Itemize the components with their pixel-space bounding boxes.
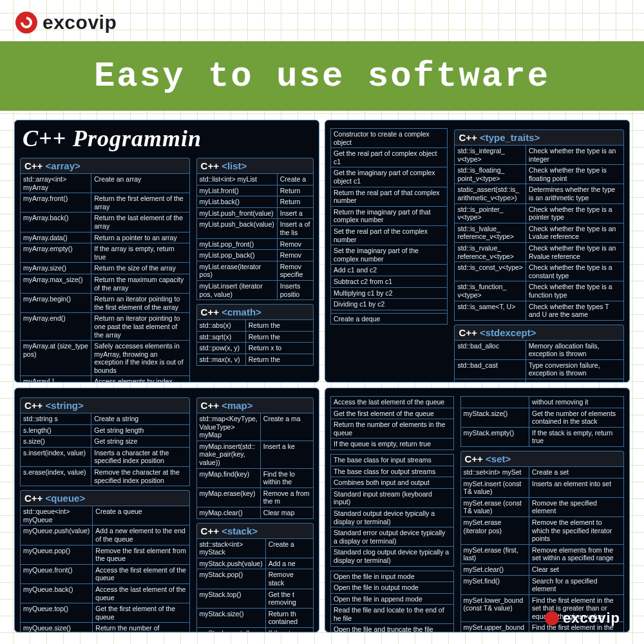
table-row: Create a deque: [331, 313, 448, 325]
section-header-stack: C++ <stack>: [196, 523, 314, 538]
table-row: Return the real part of that complex num…: [331, 187, 448, 206]
table-queue-ext: Access the last element of the queueGet …: [330, 396, 454, 450]
table-row: s.erase(index, value)Remove the characte…: [21, 466, 190, 486]
table-row: myStack.top()Get the t removing: [196, 589, 313, 608]
table-row: std::is_pointer_ v<type>Check whether th…: [455, 204, 624, 223]
table-row: myStack.empty()If the sta: [196, 627, 313, 632]
sheet-top-left: C++ Programmin C++ <array> std::array<in…: [14, 120, 319, 383]
table-row: std::array<int> myArrayCreate an array: [21, 174, 190, 193]
table-row: std::string sCreate a string: [21, 413, 190, 425]
table-map: std::map<KeyType, ValueType> myMapCreate…: [196, 413, 314, 519]
brand-name-footer: excovip: [563, 610, 620, 627]
table-row: std::max(x, v)Return the: [196, 354, 313, 365]
table-row: Set the imaginary part of the complex nu…: [331, 245, 448, 265]
table-stdexcept: std::bad_allocMemory allocation fails, e…: [454, 340, 624, 383]
table-row: myList.back()Return: [196, 196, 313, 208]
table-row: Standard error output device typically a…: [331, 527, 454, 547]
table-row: myQueue.size()Return the number of eleme…: [21, 623, 190, 632]
table-row: myMap.erase(key)Remove a from the m: [196, 488, 313, 507]
table-row: std::queue<int> myQueueCreate a queue: [21, 506, 190, 526]
table-row: Get the first element of the queue: [331, 408, 454, 419]
sheet-bottom-right: Access the last element of the queueGet …: [325, 388, 630, 632]
table-row: myList.pop_back()Remov: [196, 250, 313, 261]
table-row: myMap.clear()Clear map: [196, 507, 313, 518]
table-row: myStack.push(value)Add a ne: [196, 558, 313, 569]
table-row: Open the file in output mode: [331, 582, 454, 594]
table-row: std::is_lvalue_ reference_v<type>Check w…: [455, 223, 624, 242]
table-queue: std::queue<int> myQueueCreate a queuemyQ…: [20, 506, 190, 632]
table-row: myQueue.front()Access the first element …: [21, 564, 190, 583]
table-row: std::bad_typeidType identification error…: [455, 379, 624, 383]
table-row: myArray.front()Return the first element …: [21, 193, 190, 213]
table-row: Return the imaginary part of that comple…: [331, 206, 448, 225]
table-stack-ext: without removing itmyStack.size()Get the…: [460, 396, 624, 447]
table-row: Subtract c2 from c1: [331, 276, 448, 287]
sheet-title: C++ Programmin: [23, 127, 314, 150]
table-type-traits: std::is_integral_ v<type>Check whether t…: [454, 145, 624, 321]
table-row: std::set<int> mySetCreate a set: [460, 466, 623, 478]
brand-logo-footer: excovip: [545, 610, 620, 627]
table-row: Standard output device typically a displ…: [331, 507, 454, 527]
table-row: std::bad_allocMemory allocation fails, e…: [455, 340, 624, 359]
table-row: Standard clog output device typically a …: [331, 547, 454, 566]
table-row: std::list<int> myListCreate a: [196, 174, 313, 185]
sheet-bottom-left: C++ <string> std::string sCreate a strin…: [14, 388, 319, 632]
section-header-set: C++ <set>: [460, 451, 624, 466]
table-row: mySet.erase (const T& value)Romove the s…: [460, 497, 623, 516]
section-header-stdexcept: C++ <stdexcept>: [454, 325, 624, 340]
table-row: std::pow(x, y)Return x to: [196, 343, 313, 354]
table-row: myStack.size()Get the number of elements…: [460, 408, 623, 427]
table-array: std::array<int> myArrayCreate an arraymy…: [20, 173, 190, 383]
table-row: myStack.size()Return th contained: [196, 608, 313, 627]
table-row: Open the file in input mode: [331, 571, 454, 582]
table-row: myArray.empty()If the array is empty, re…: [21, 243, 190, 263]
table-row: myArray.back()Return the last element of…: [21, 213, 190, 232]
table-row: std::bad_castType conversion failure, ex…: [455, 359, 624, 379]
table-row: Constructor to create a complex object: [331, 129, 448, 148]
table-row: myArray.begin()Return an iterator pointi…: [21, 294, 190, 313]
table-row: myArray.at (size_type pos)Safely accesse…: [21, 341, 190, 376]
table-row: myQueue.back()Access the last element of…: [21, 583, 190, 603]
banner-text: Easy to use software: [94, 57, 550, 96]
table-row: s.size()Get string size: [21, 436, 190, 448]
table-row: std::stack<int> myStackCreate a: [196, 538, 313, 558]
table-row: std::is_floating_ point_v<type>Check whe…: [455, 165, 624, 184]
table-fstream-ext: Open the file in input modeOpen the file…: [330, 571, 454, 633]
table-row: Get the real part of complex object c1: [331, 148, 448, 167]
table-row: myList.insert (iterator pos, value)Inser…: [196, 280, 313, 299]
table-row: mySet.erase (iterator pos)Remove the ele…: [460, 516, 623, 544]
table-row: myList.erase(iterator pos)Remov specifie: [196, 261, 313, 280]
banner: Easy to use software: [0, 41, 644, 111]
table-row: Dividing c1 by c2: [331, 299, 448, 310]
table-row: Set the real part of the complex number: [331, 225, 448, 245]
table-list: std::list<int> myListCreate amyList.fron…: [196, 173, 314, 300]
brand-name: excovip: [43, 12, 117, 33]
table-row: Access the last element of the queue: [331, 397, 454, 408]
section-header-queue: C++ <queue>: [20, 490, 190, 506]
table-row: myList.front()Return: [196, 185, 313, 196]
table-row: Get the imaginary part of complex object…: [331, 167, 448, 187]
brand-mark-icon: [15, 12, 37, 33]
table-string: std::string sCreate a strings.length()Ge…: [20, 413, 190, 486]
table-row: myArray.data()Return a pointer to an arr…: [21, 232, 190, 243]
section-header-cmath: C++ <cmath>: [196, 304, 314, 319]
table-iostream-ext: The base class for input streamsThe base…: [330, 454, 454, 567]
table-row: myQueue.top()Get the first element of th…: [21, 603, 190, 623]
table-row: std::is_rvalue_ reference_v<type>Check w…: [455, 242, 624, 261]
table-row: myMap.find(key)Find the lo within the: [196, 468, 313, 488]
table-row: The base class for output streams: [331, 466, 454, 477]
table-row: std::sqrt(x)Return the: [196, 331, 313, 343]
brand-logo: excovip: [15, 12, 117, 33]
section-header-array: C++ <array>: [20, 158, 190, 173]
table-row: myArray[ ]Access elements by index: [21, 376, 190, 383]
table-set: std::set<int> mySetCreate a setmySet.ins…: [460, 466, 624, 632]
table-row: myArray.end()Return an iterator pointing…: [21, 313, 190, 341]
table-row: Combines both input and output: [331, 477, 454, 489]
table-row: std::map<KeyType, ValueType> myMapCreate…: [196, 413, 313, 441]
table-row: Open the file and truncate the file: [331, 624, 454, 632]
table-row: The base class for input streams: [331, 454, 454, 466]
table-row: s.insert(index, value)Inserts a characte…: [21, 447, 190, 466]
table-row: std::is_same<T, U>Check whether the type…: [455, 301, 624, 320]
table-stack: std::stack<int> myStackCreate amyStack.p…: [196, 538, 314, 632]
table-row: myArray.size()Return the size of the arr…: [21, 263, 190, 274]
